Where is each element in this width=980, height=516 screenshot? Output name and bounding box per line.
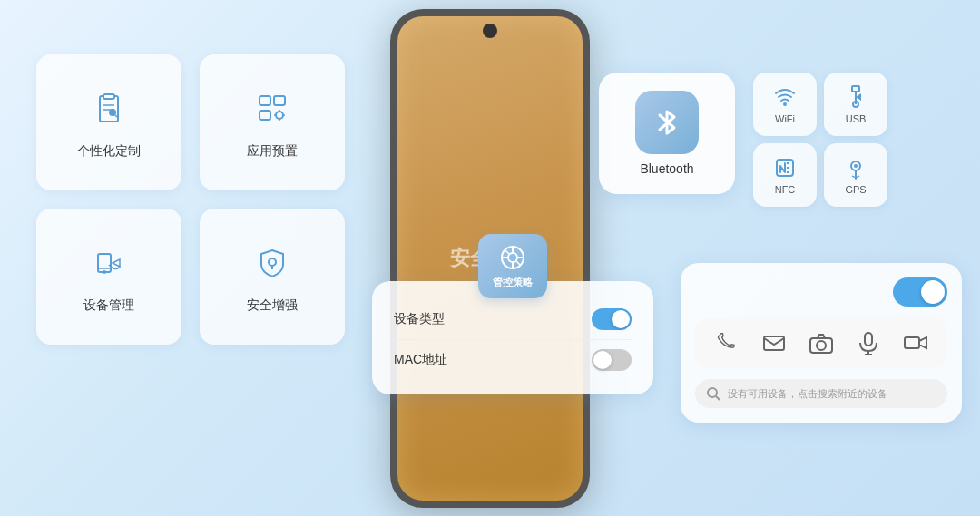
toggle-row-device-type[interactable]: 设备类型 xyxy=(394,299,632,340)
toggle-row-mac[interactable]: MAC地址 xyxy=(394,340,632,380)
nfc-icon xyxy=(772,155,798,180)
right-panel: 没有可用设备，点击搜索附近的设备 xyxy=(681,263,962,423)
svg-point-30 xyxy=(508,253,517,262)
mac-toggle[interactable] xyxy=(592,349,632,371)
svg-rect-8 xyxy=(260,111,270,120)
feature-card-device-mgmt[interactable]: 设备管理 xyxy=(36,209,181,345)
quick-item-nfc[interactable]: NFC xyxy=(753,143,817,207)
control-panel: 管控策略 设备类型 MAC地址 xyxy=(372,281,653,394)
wifi-label: WiFi xyxy=(775,113,795,124)
feature-cards-grid: 个性化定制 应用预置 设备 xyxy=(36,54,345,345)
mac-address-label: MAC地址 xyxy=(394,352,447,368)
search-icon xyxy=(706,386,720,401)
mail-app-icon[interactable] xyxy=(756,325,792,361)
quick-item-wifi[interactable]: WiFi xyxy=(753,73,817,136)
clipboard-icon xyxy=(85,85,132,132)
policy-badge: 管控策略 xyxy=(478,234,547,298)
gps-icon xyxy=(843,155,868,180)
svg-rect-7 xyxy=(274,96,285,105)
nfc-label: NFC xyxy=(775,184,796,195)
svg-rect-43 xyxy=(905,337,919,348)
svg-point-17 xyxy=(269,258,276,266)
svg-line-45 xyxy=(716,396,720,400)
phone-camera xyxy=(483,24,497,38)
phone-app-icon[interactable] xyxy=(709,325,745,361)
svg-rect-37 xyxy=(764,336,784,350)
search-row[interactable]: 没有可用设备，点击搜索附近的设备 xyxy=(695,379,947,408)
policy-badge-label: 管控策略 xyxy=(493,276,533,289)
svg-point-9 xyxy=(276,112,283,119)
device-mgmt-icon xyxy=(85,239,132,287)
personalization-label: 个性化定制 xyxy=(77,143,141,160)
quick-item-usb[interactable]: USB xyxy=(824,73,887,136)
feature-card-app-preset[interactable]: 应用预置 xyxy=(200,54,345,190)
main-toggle[interactable] xyxy=(893,277,947,307)
wifi-icon xyxy=(772,84,798,110)
quick-item-gps[interactable]: GPS xyxy=(824,143,887,207)
bluetooth-icon xyxy=(647,102,687,142)
svg-rect-40 xyxy=(865,333,872,346)
svg-point-16 xyxy=(103,271,105,273)
app-preset-icon xyxy=(249,85,296,132)
bluetooth-label: Bluetooth xyxy=(640,161,693,176)
svg-rect-14 xyxy=(98,254,111,272)
svg-point-28 xyxy=(854,164,858,168)
svg-point-44 xyxy=(708,388,717,397)
svg-point-39 xyxy=(817,341,826,350)
search-hint: 没有可用设备，点击搜索附近的设备 xyxy=(728,387,887,401)
mic-app-icon[interactable] xyxy=(850,325,887,361)
mac-toggle-thumb xyxy=(593,351,612,369)
device-type-toggle[interactable] xyxy=(592,308,632,330)
svg-point-19 xyxy=(783,102,787,106)
camera-app-icon[interactable] xyxy=(803,325,839,361)
feature-card-personalization[interactable]: 个性化定制 xyxy=(36,54,181,190)
main-toggle-thumb xyxy=(921,280,945,304)
svg-rect-0 xyxy=(100,96,118,122)
gps-label: GPS xyxy=(845,184,866,195)
svg-line-5 xyxy=(114,114,117,117)
device-type-toggle-thumb xyxy=(612,310,630,328)
app-icons-row xyxy=(695,317,947,368)
usb-label: USB xyxy=(846,113,867,124)
security-label: 安全增强 xyxy=(247,297,298,314)
shield-icon xyxy=(249,239,296,287)
bluetooth-icon-wrap xyxy=(635,91,699,154)
video-app-icon[interactable] xyxy=(897,325,934,361)
app-preset-label: 应用预置 xyxy=(247,143,298,160)
quick-toggles-grid: WiFi USB NFC GPS xyxy=(753,73,887,207)
usb-icon xyxy=(843,84,868,110)
feature-card-security[interactable]: 安全增强 xyxy=(200,209,345,345)
svg-rect-20 xyxy=(852,86,859,92)
svg-rect-1 xyxy=(103,94,114,99)
device-mgmt-label: 设备管理 xyxy=(83,297,134,314)
svg-line-35 xyxy=(505,250,510,255)
policy-icon xyxy=(498,243,527,272)
device-type-label: 设备类型 xyxy=(394,311,445,327)
svg-line-36 xyxy=(516,261,521,266)
svg-rect-6 xyxy=(260,96,270,105)
bluetooth-card[interactable]: Bluetooth xyxy=(599,73,735,194)
